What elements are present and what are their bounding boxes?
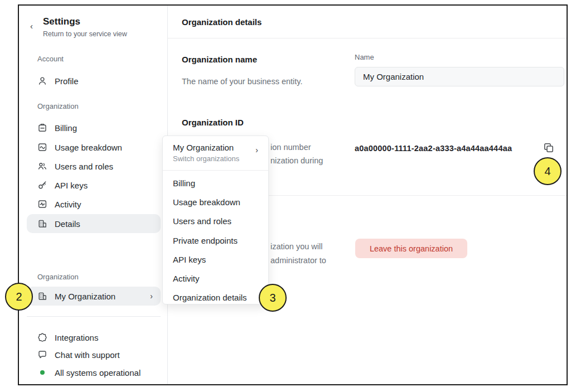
- section-header-organization-switcher: Organization: [37, 273, 79, 281]
- sidebar-item-label: My Organization: [55, 292, 115, 301]
- org-name-description: The name of your business entity.: [182, 77, 303, 86]
- screenshot-stage: ‹ Settings Return to your service view A…: [0, 0, 571, 392]
- dropdown-title: My Organization: [173, 143, 234, 152]
- sidebar-divider: [27, 316, 161, 317]
- dropdown-header-my-organization[interactable]: My Organization Switch organizations ›: [163, 136, 268, 170]
- sidebar-item-label: Integrations: [55, 333, 98, 342]
- org-id-desc-line2: nization during: [270, 156, 323, 165]
- annotation-callout-2: 2: [5, 283, 33, 311]
- sidebar-item-usage-breakdown[interactable]: Usage breakdown: [27, 138, 161, 157]
- annotation-callout-3: 3: [259, 284, 287, 312]
- chevron-left-icon[interactable]: ‹: [30, 21, 33, 31]
- key-icon: [37, 180, 47, 190]
- sidebar-item-my-organization[interactable]: My Organization ›: [27, 287, 161, 306]
- sidebar-item-label: Billing: [55, 123, 77, 133]
- sidebar-item-label: Usage breakdown: [55, 143, 122, 152]
- building-icon: [37, 219, 47, 229]
- leave-desc-line1: ization you will: [270, 242, 323, 251]
- dropdown-item-activity[interactable]: Activity: [163, 269, 268, 288]
- dropdown-item-users-and-roles[interactable]: Users and roles: [163, 212, 268, 231]
- sidebar-item-label: API keys: [55, 181, 88, 190]
- chart-wave-icon: [37, 142, 47, 152]
- receipt-icon: [37, 123, 47, 133]
- sidebar-title: Settings: [43, 16, 80, 27]
- speech-bubble-icon: [37, 350, 47, 360]
- sidebar-item-chat-support[interactable]: Chat with support: [27, 346, 161, 363]
- dropdown-item-api-keys[interactable]: API keys: [163, 250, 268, 269]
- dropdown-item-billing[interactable]: Billing: [163, 173, 268, 192]
- header-divider: [168, 38, 567, 38]
- sidebar-item-system-status[interactable]: All systems operational: [27, 364, 161, 381]
- pulse-square-icon: [37, 199, 47, 209]
- sidebar-item-label: All systems operational: [55, 368, 141, 378]
- leave-organization-button[interactable]: Leave this organization: [355, 239, 467, 258]
- section-header-account: Account: [37, 55, 64, 63]
- leave-desc-line2: administrator to: [270, 256, 326, 265]
- building-icon: [37, 291, 47, 301]
- dropdown-item-organization-details[interactable]: Organization details: [163, 288, 268, 307]
- sidebar-item-label: Details: [55, 219, 80, 229]
- sidebar-subtitle[interactable]: Return to your service view: [43, 30, 127, 38]
- sidebar-item-api-keys[interactable]: API keys: [27, 176, 161, 195]
- sidebar-item-activity[interactable]: Activity: [27, 195, 161, 214]
- leave-description-visible: ization you will administrator to: [270, 240, 326, 268]
- annotation-callout-4: 4: [534, 157, 562, 185]
- org-id-description-visible: ion number nization during: [270, 141, 323, 167]
- sidebar-item-billing[interactable]: Billing: [27, 118, 161, 137]
- sidebar-item-users-and-roles[interactable]: Users and roles: [27, 157, 161, 176]
- green-dot-icon: [40, 370, 45, 375]
- settings-sidebar: ‹ Settings Return to your service view A…: [19, 6, 167, 384]
- org-id-desc-line1: ion number: [270, 143, 311, 152]
- dropdown-item-private-endpoints[interactable]: Private endpoints: [163, 231, 268, 250]
- organization-id-value: a0a00000-1111-2aa2-a333-a4a44aa444aa: [355, 144, 512, 153]
- dropdown-item-usage-breakdown[interactable]: Usage breakdown: [163, 192, 268, 211]
- page-title: Organization details: [182, 17, 262, 27]
- sidebar-item-profile[interactable]: Profile: [27, 71, 161, 90]
- sidebar-item-label: Activity: [55, 200, 81, 209]
- sidebar-item-label: Users and roles: [55, 162, 113, 171]
- sidebar-item-details[interactable]: Details: [27, 214, 161, 233]
- sidebar-item-label: Chat with support: [55, 350, 120, 360]
- puzzle-icon: [37, 332, 47, 342]
- chevron-right-icon: ›: [150, 292, 153, 301]
- name-field-label: Name: [355, 53, 374, 61]
- organization-name-input[interactable]: [355, 67, 564, 86]
- org-name-title: Organization name: [182, 55, 257, 64]
- people-icon: [37, 161, 47, 171]
- sidebar-item-integrations[interactable]: Integrations: [27, 329, 161, 346]
- chevron-right-icon: ›: [255, 146, 258, 154]
- app-window: ‹ Settings Return to your service view A…: [18, 4, 568, 385]
- person-icon: [37, 76, 47, 86]
- copy-icon[interactable]: [543, 142, 555, 154]
- organization-dropdown-menu: My Organization Switch organizations › B…: [162, 135, 269, 304]
- dropdown-subtitle: Switch organizations: [173, 154, 239, 163]
- section-header-organization: Organization: [37, 102, 79, 110]
- sidebar-item-label: Profile: [55, 76, 79, 86]
- org-id-title: Organization ID: [182, 118, 244, 127]
